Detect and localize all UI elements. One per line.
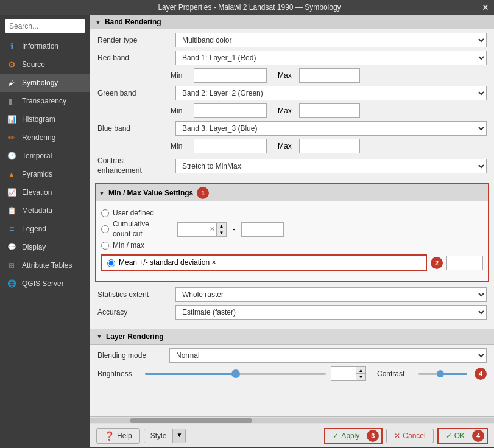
minmax-outer: ▼ Min / Max Value Settings 1 User define…: [95, 183, 489, 282]
sidebar: ℹ Information ⚙ Source 🖌 Symbology ◧ Tra…: [0, 15, 90, 447]
minmax-radio-row: Min / max: [101, 241, 483, 250]
sidebar-item-rendering[interactable]: ✏ Rendering: [0, 128, 90, 147]
accuracy-label: Accuracy: [97, 308, 171, 317]
red-max-input[interactable]: 21623.5: [299, 68, 360, 83]
bottom-bar: ❓ Help Style ▼ ✓ Apply 3 ✕ Cancel: [90, 424, 494, 447]
blue-max-input[interactable]: 5862.18: [299, 139, 360, 153]
close-button[interactable]: ✕: [482, 2, 489, 12]
information-icon: ℹ: [6, 41, 17, 52]
contrast-enhancement-row: Contrastenhancement Stretch to MinMax: [97, 156, 487, 175]
accuracy-select[interactable]: Estimate (faster): [175, 305, 487, 320]
sidebar-item-attribute-tables[interactable]: ⊞ Attribute Tables: [0, 256, 90, 275]
cumulative-radio[interactable]: [101, 225, 109, 233]
sidebar-search-input[interactable]: [5, 19, 85, 33]
sidebar-item-label: Attribute Tables: [22, 261, 72, 270]
stats-extent-label: Statistics extent: [97, 290, 171, 299]
style-dropdown-arrow[interactable]: ▼: [172, 429, 185, 443]
attribute-tables-icon: ⊞: [6, 260, 17, 271]
mean-std-value-input[interactable]: 2.00: [446, 256, 483, 270]
user-defined-radio[interactable]: [101, 209, 109, 217]
brightness-slider-track[interactable]: [145, 373, 326, 375]
sidebar-item-qgis-server[interactable]: 🌐 QGIS Server: [0, 275, 90, 293]
blue-band-select[interactable]: Band 3: Layer_3 (Blue): [175, 121, 487, 136]
sidebar-item-metadata[interactable]: 📋 Metadata: [0, 201, 90, 220]
mean-std-badge: 2: [431, 257, 443, 269]
sidebar-item-symbology[interactable]: 🖌 Symbology: [0, 74, 90, 92]
scroll-area[interactable]: ▼ Band Rendering Render type Multiband c…: [90, 15, 494, 416]
render-type-row: Render type Multiband color: [97, 33, 487, 47]
green-band-row: Green band Band 2: Layer_2 (Green): [97, 86, 487, 100]
band-rendering-header[interactable]: ▼ Band Rendering: [90, 15, 494, 29]
sidebar-item-temporal[interactable]: 🕐 Temporal: [0, 147, 90, 165]
mean-std-box: Mean +/- standard deviation ×: [101, 254, 427, 271]
legend-icon: ≡: [6, 223, 17, 234]
sidebar-item-pyramids[interactable]: ▲ Pyramids: [0, 165, 90, 183]
brightness-slider-thumb[interactable]: [231, 369, 240, 378]
sidebar-item-information[interactable]: ℹ Information: [0, 37, 90, 55]
red-band-values-row: Min 2677.05 Max 21623.5: [97, 68, 487, 83]
mean-std-radio[interactable]: [107, 259, 115, 267]
ok-button[interactable]: ✓ OK: [439, 429, 472, 443]
blue-band-label: Blue band: [97, 124, 171, 133]
sidebar-item-display[interactable]: 💬 Display: [0, 238, 90, 256]
apply-check-icon: ✓: [333, 432, 339, 440]
scrollbar-thumb[interactable]: [130, 418, 252, 423]
user-defined-row: User defined: [101, 209, 483, 217]
blending-mode-select[interactable]: Normal: [169, 348, 487, 363]
green-band-select[interactable]: Band 2: Layer_2 (Green): [175, 86, 487, 100]
cumulative-min-input[interactable]: 2.0: [178, 223, 208, 236]
contrast-slider-thumb[interactable]: [437, 370, 444, 377]
user-defined-label: User defined: [113, 209, 154, 217]
minmax-label: Min / max: [113, 241, 144, 250]
brightness-up[interactable]: ▲: [356, 367, 365, 374]
sidebar-item-transparency[interactable]: ◧ Transparency: [0, 92, 90, 110]
blue-max-label: Max: [278, 142, 292, 150]
stats-extent-select[interactable]: Whole raster: [175, 287, 487, 302]
brightness-down[interactable]: ▼: [356, 374, 365, 380]
sidebar-item-legend[interactable]: ≡ Legend: [0, 220, 90, 238]
apply-button[interactable]: ✓ Apply: [325, 429, 367, 443]
style-button[interactable]: Style: [144, 429, 173, 443]
blue-min-label: Min: [171, 142, 189, 150]
horizontal-scrollbar[interactable]: [90, 416, 494, 424]
sidebar-search-container: [0, 15, 90, 37]
help-button[interactable]: ❓ Help: [96, 428, 140, 444]
cancel-button[interactable]: ✕ Cancel: [386, 429, 433, 443]
sidebar-item-label: Elevation: [22, 188, 52, 197]
minmax-section-header[interactable]: ▼ Min / Max Value Settings 1: [95, 183, 489, 201]
sidebar-item-source[interactable]: ⚙ Source: [0, 55, 90, 74]
brightness-input[interactable]: 0: [331, 367, 356, 380]
contrast-enhancement-label: Contrastenhancement: [97, 156, 171, 175]
layer-rendering-header[interactable]: ▼ Layer Rendering: [90, 329, 494, 345]
red-min-input[interactable]: 2677.05: [194, 68, 267, 83]
red-band-select[interactable]: Band 1: Layer_1 (Red): [175, 51, 487, 65]
layer-rendering-collapse-icon: ▼: [96, 333, 102, 340]
style-button-group[interactable]: Style ▼: [144, 429, 186, 443]
collapse-triangle-icon: ▼: [95, 19, 101, 26]
apply-badge: 3: [367, 430, 379, 442]
cumulative-min-up[interactable]: ▲: [216, 223, 226, 230]
blue-min-input[interactable]: 1783.07: [194, 139, 267, 153]
minmax-radio[interactable]: [101, 242, 109, 250]
layer-rendering-title: Layer Rendering: [106, 332, 164, 341]
cumulative-min-input-container: 2.0 ✕ ▲ ▼: [177, 222, 227, 237]
clear-icon[interactable]: ✕: [208, 225, 216, 233]
band-rendering-title: Band Rendering: [105, 18, 161, 26]
cumulative-min-down[interactable]: ▼: [216, 229, 226, 236]
apply-button-container: ✓ Apply 3: [324, 428, 383, 444]
apply-label: Apply: [341, 432, 359, 440]
green-min-input[interactable]: 4946.57: [194, 103, 267, 118]
green-max-input[interactable]: 18582.6: [299, 103, 360, 118]
sidebar-item-label: Histogram: [22, 115, 55, 124]
render-type-select[interactable]: Multiband color: [175, 33, 487, 47]
pyramids-icon: ▲: [6, 169, 17, 180]
blending-mode-row: Blending mode Normal: [97, 348, 487, 363]
minmax-collapse-icon: ▼: [99, 190, 105, 197]
brightness-slider-fill: [145, 373, 236, 375]
contrast-slider-track[interactable]: [418, 373, 467, 375]
cumulative-max-input[interactable]: 98.0: [241, 222, 284, 237]
sidebar-item-histogram[interactable]: 📊 Histogram: [0, 110, 90, 128]
contrast-enhancement-select[interactable]: Stretch to MinMax: [175, 159, 487, 173]
sidebar-item-elevation[interactable]: 📈 Elevation: [0, 183, 90, 201]
stats-form: Statistics extent Whole raster Accuracy …: [90, 284, 494, 326]
